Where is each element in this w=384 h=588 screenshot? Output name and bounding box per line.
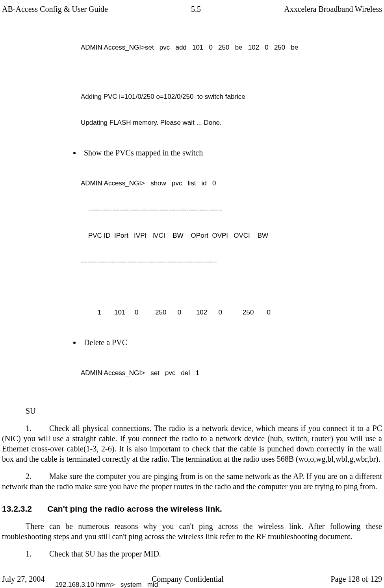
header-right: Axxcelera Broadband Wireless: [284, 4, 382, 14]
header-left: AB-Access Config & User Guide: [2, 4, 108, 14]
footer-right: Page 128 of 129: [330, 574, 382, 584]
code-line: ----------------------------------------…: [81, 205, 382, 214]
code-line: Updating FLASH memory. Please wait ... D…: [81, 118, 382, 127]
code-line: ----------------------------------------…: [81, 257, 382, 266]
page-header: AB-Access Config & User Guide 5.5 Axxcel…: [2, 4, 382, 14]
item-number: 1.: [26, 549, 49, 559]
code-line: PVC ID IPort IVPI IVCI BW OPort OVPI OVC…: [81, 231, 382, 240]
page-footer: July 27, 2004 Company Confidential Page …: [2, 574, 382, 584]
code-block-show-pvc: ADMIN Access_NGI> show pvc list id 0 ---…: [81, 162, 382, 325]
numbered-item-1: 1.Check that SU has the proper MID.: [2, 549, 382, 559]
item-text: Check that SU has the proper MID.: [49, 549, 161, 558]
code-line: ADMIN Access_NGI> set pvc del 1: [81, 369, 382, 377]
body-paragraph: There can be numerous reasons why you ca…: [2, 521, 382, 542]
bullet-item-show-pvc: Show the PVCs mapped in the switch: [81, 148, 382, 158]
para-number: 1.: [26, 423, 49, 433]
footer-left: July 27, 2004: [2, 574, 45, 584]
numbered-paragraph-2: 2.Make sure the computer you are pinging…: [2, 471, 382, 492]
code-line: Adding PVC i=101/0/250 o=102/0/250 to sw…: [81, 92, 382, 101]
para-number: 2.: [26, 471, 49, 481]
code-line: ADMIN Access_NGI>set pvc add 101 0 250 b…: [81, 43, 382, 52]
bullet-list-2: Delete a PVC: [73, 337, 382, 348]
footer-center: Company Confidential: [152, 574, 224, 584]
su-label: SU: [26, 406, 382, 416]
section-heading: 13.2.3.2Can't ping the radio across the …: [2, 503, 382, 514]
heading-number: 13.2.3.2: [2, 503, 47, 514]
bullet-list: Show the PVCs mapped in the switch: [73, 148, 382, 158]
header-center: 5.5: [191, 4, 201, 14]
heading-text: Can't ping the radio across the wireless…: [47, 504, 222, 513]
para-text: Make sure the computer you are pinging f…: [2, 472, 382, 491]
code-block-delete-pvc: ADMIN Access_NGI> set pvc del 1: [81, 351, 382, 386]
code-line: 1 101 0 250 0 102 0 250 0: [81, 308, 382, 317]
para-text: Check all physical connections. The radi…: [2, 424, 382, 463]
bullet-text: Delete a PVC: [84, 338, 127, 347]
numbered-paragraph-1: 1.Check all physical connections. The ra…: [2, 423, 382, 464]
bullet-text: Show the PVCs mapped in the switch: [84, 148, 203, 157]
code-line: ADMIN Access_NGI> show pvc list id 0: [81, 179, 382, 188]
code-block-1: ADMIN Access_NGI>set pvc add 101 0 250 b…: [81, 26, 382, 136]
bullet-item-delete-pvc: Delete a PVC: [81, 337, 382, 348]
